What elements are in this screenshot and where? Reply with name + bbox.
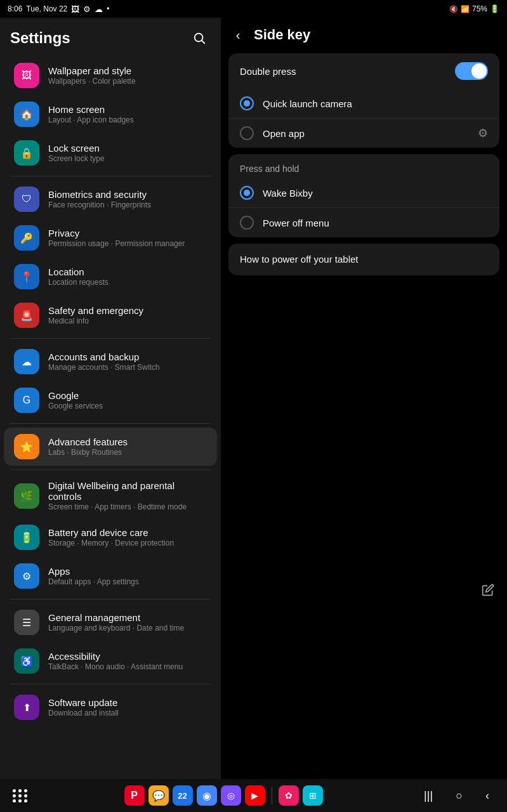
settings-item-apps[interactable]: ⚙ Apps Default apps · App settings [4, 557, 217, 595]
item-title-wellbeing: Digital Wellbeing and parental controls [48, 480, 207, 502]
settings-item-google[interactable]: G Google Google services [4, 381, 217, 419]
settings-item-privacy[interactable]: 🔑 Privacy Permission usage · Permission … [4, 219, 217, 257]
app-pintrest[interactable]: P [124, 785, 145, 806]
settings-item-accounts[interactable]: ☁ Accounts and backup Manage accounts · … [4, 343, 217, 381]
status-bar: 8:06 Tue, Nov 22 🖼 ⚙ ☁ • 🔇 📶 75% 🔋 [0, 0, 507, 18]
item-title-apps: Apps [48, 566, 207, 577]
double-press-card: Double press Quick launch camera Open ap… [228, 53, 499, 148]
option-wake-bixby[interactable]: Wake Bixby [228, 178, 499, 208]
settings-item-wellbeing[interactable]: 🌿 Digital Wellbeing and parental control… [4, 474, 217, 518]
edit-icon[interactable] [477, 579, 499, 601]
dot2 [18, 789, 22, 792]
item-icon-biometrics: 🛡 [14, 187, 39, 212]
date: Tue, Nov 22 [26, 4, 67, 13]
mute-icon: 🔇 [449, 5, 458, 13]
settings-item-accessibility[interactable]: ♿ Accessibility TalkBack · Mono audio · … [4, 642, 217, 680]
item-text-wallpaper: Wallpaper and style Wallpapers · Color p… [48, 65, 207, 86]
settings-item-biometrics[interactable]: 🛡 Biometrics and security Face recogniti… [4, 180, 217, 218]
item-icon-apps: ⚙ [14, 563, 39, 589]
option-power-off-menu[interactable]: Power off menu [228, 208, 499, 237]
bottom-nav: P 💬 22 ◉ ◎ ▶ ✿ ⊞ ||| ○ ‹ [0, 779, 507, 812]
item-text-accessibility: Accessibility TalkBack · Mono audio · As… [48, 651, 207, 671]
camera-option-label: Quick launch camera [263, 98, 488, 109]
settings-item-general[interactable]: ☰ General management Language and keyboa… [4, 603, 217, 641]
openapp-option-label: Open app [263, 128, 478, 139]
recent-apps-button[interactable]: ||| [419, 787, 438, 805]
settings-divider [10, 684, 211, 684]
app-messaging[interactable]: 💬 [148, 785, 169, 806]
dot8 [18, 799, 22, 802]
press-hold-label: Press and hold [240, 164, 299, 174]
settings-item-location[interactable]: 📍 Location Location requests [4, 258, 217, 296]
item-title-wallpaper: Wallpaper and style [48, 65, 207, 76]
dot9 [24, 799, 27, 802]
help-card[interactable]: How to power off your tablet [228, 244, 499, 275]
photo-icon: 🖼 [71, 4, 79, 14]
item-subtitle-biometrics: Face recognition · Fingerprints [48, 200, 207, 209]
side-key-panel: ‹ Side key Double press Quick launch cam… [221, 18, 507, 779]
poweroff-option-label: Power off menu [263, 218, 488, 228]
dot1 [13, 789, 16, 792]
settings-item-software[interactable]: ⬆ Software update Download and install [4, 688, 217, 726]
search-button[interactable] [188, 27, 211, 49]
app-youtube[interactable]: ▶ [245, 785, 265, 806]
item-icon-safety: 🚨 [14, 303, 39, 328]
app-messages[interactable]: ◉ [197, 785, 217, 806]
item-title-advanced: Advanced features [48, 436, 207, 447]
item-text-software: Software update Download and install [48, 697, 207, 717]
settings-item-lock[interactable]: 🔒 Lock screen Screen lock type [4, 134, 217, 172]
double-press-toggle[interactable] [455, 62, 488, 80]
settings-item-safety[interactable]: 🚨 Safety and emergency Medical info [4, 296, 217, 334]
dot4 [13, 794, 16, 797]
radio-openapp [240, 126, 254, 140]
item-icon-wallpaper: 🖼 [14, 63, 39, 88]
item-icon-battery: 🔋 [14, 525, 39, 550]
settings-item-home[interactable]: 🏠 Home screen Layout · App icon badges [4, 95, 217, 133]
item-title-google: Google [48, 390, 207, 401]
item-text-accounts: Accounts and backup Manage accounts · Sm… [48, 351, 207, 372]
radio-inner-bixby [244, 190, 250, 196]
item-text-location: Location Location requests [48, 266, 207, 287]
settings-item-wallpaper[interactable]: 🖼 Wallpaper and style Wallpapers · Color… [4, 56, 217, 95]
home-button[interactable]: ○ [451, 787, 468, 805]
item-text-battery: Battery and device care Storage · Memory… [48, 527, 207, 547]
bottom-nav-buttons: ||| ○ ‹ [419, 787, 494, 805]
bottom-apps: P 💬 22 ◉ ◎ ▶ ✿ ⊞ [124, 785, 323, 806]
settings-item-battery[interactable]: 🔋 Battery and device care Storage · Memo… [4, 518, 217, 556]
item-subtitle-advanced: Labs · Bixby Routines [48, 448, 207, 457]
gear-icon[interactable]: ⚙ [478, 126, 488, 140]
settings-item-advanced[interactable]: ⭐ Advanced features Labs · Bixby Routine… [4, 428, 217, 466]
back-button[interactable]: ‹ [228, 28, 247, 43]
dot7 [13, 799, 16, 802]
help-text: How to power off your tablet [240, 254, 359, 265]
item-icon-software: ⬆ [14, 695, 39, 720]
settings-header: Settings [0, 18, 221, 56]
side-key-title: Side key [254, 27, 310, 43]
app-calendar[interactable]: 22 [173, 785, 193, 806]
cloud-icon: ☁ [95, 4, 103, 14]
radio-camera [240, 96, 254, 110]
nav-divider [272, 787, 272, 804]
app-flower[interactable]: ✿ [279, 785, 299, 806]
item-icon-wellbeing: 🌿 [14, 483, 39, 509]
app-samsung[interactable]: ◎ [221, 785, 241, 806]
option-quick-camera[interactable]: Quick launch camera [228, 89, 499, 119]
item-icon-home: 🏠 [14, 102, 39, 127]
radio-inner-camera [244, 100, 250, 107]
item-title-home: Home screen [48, 104, 207, 115]
item-subtitle-general: Language and keyboard · Date and time [48, 624, 207, 632]
dot6 [24, 794, 27, 797]
back-nav-button[interactable]: ‹ [480, 787, 494, 805]
settings-divider [10, 469, 211, 470]
item-subtitle-software: Download and install [48, 709, 207, 717]
battery-icon: 🔋 [490, 4, 499, 13]
item-title-location: Location [48, 266, 207, 277]
item-title-accounts: Accounts and backup [48, 351, 207, 362]
option-open-app[interactable]: Open app ⚙ [228, 119, 499, 148]
app-drawer-button[interactable] [13, 789, 28, 802]
item-icon-general: ☰ [14, 610, 39, 635]
app-themes[interactable]: ⊞ [303, 785, 323, 806]
settings-divider [10, 176, 211, 176]
settings-divider [10, 599, 211, 599]
item-icon-lock: 🔒 [14, 140, 39, 166]
